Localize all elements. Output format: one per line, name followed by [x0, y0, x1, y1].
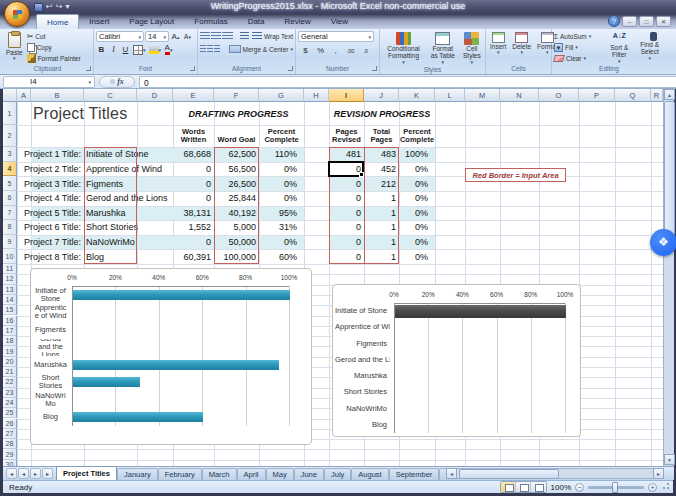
align-top-icon[interactable] [200, 32, 210, 40]
column-header-F[interactable]: F [214, 89, 259, 102]
select-all-corner[interactable] [3, 89, 17, 102]
scroll-right-icon[interactable]: ► [653, 468, 664, 479]
ribbon-tab-formulas[interactable]: Formulas [184, 14, 237, 29]
sheet-tab-april[interactable]: April [237, 468, 266, 480]
office-button[interactable] [4, 1, 30, 27]
note-textbox[interactable]: Red Border = Input Area [465, 168, 566, 182]
number-format-select[interactable]: General▾ [298, 31, 374, 42]
row-header-2[interactable]: 2 [3, 125, 17, 147]
sheet-tab-august[interactable]: August [351, 468, 388, 480]
row-header-13[interactable]: 13 [3, 285, 17, 295]
clear-button[interactable]: Clear▾ [554, 53, 603, 63]
page-layout-view-button[interactable] [516, 482, 531, 492]
horizontal-scroll-thumb[interactable] [459, 469, 559, 479]
horizontal-scrollbar[interactable]: ◄ ► [446, 468, 664, 479]
ribbon-tab-data[interactable]: Data [238, 14, 275, 29]
dialog-launcher-icon[interactable] [372, 66, 377, 71]
conditional-formatting-button[interactable]: Conditional Formatting▾ [382, 31, 425, 65]
row-header-26[interactable]: 26 [3, 419, 17, 429]
column-header-L[interactable]: L [435, 89, 465, 102]
font-size-select[interactable]: 14▾ [145, 31, 169, 42]
row-header-17[interactable]: 17 [3, 326, 17, 336]
decrease-decimal-button[interactable]: .0 [360, 45, 371, 56]
zoom-level[interactable]: 100% [551, 483, 571, 492]
row-header-4[interactable]: 4 [3, 162, 17, 177]
row-header-20[interactable]: 20 [3, 357, 17, 367]
column-header-K[interactable]: K [399, 89, 435, 102]
row-header-27[interactable]: 27 [3, 429, 17, 439]
align-middle-icon[interactable] [211, 32, 221, 40]
dialog-launcher-icon[interactable] [190, 66, 195, 71]
format-as-table-button[interactable]: Format as Table▾ [427, 31, 459, 65]
borders-button[interactable]: ▾ [132, 44, 147, 55]
row-header-29[interactable]: 29 [3, 449, 17, 459]
insert-function-button[interactable]: fx [99, 76, 135, 88]
increase-decimal-button[interactable]: .00 [345, 45, 356, 56]
ribbon-tab-view[interactable]: View [321, 14, 358, 29]
row-header-24[interactable]: 24 [3, 398, 17, 408]
row-header-11[interactable]: 11 [3, 264, 17, 274]
worksheet-grid[interactable]: ABCDEFGHIJKLMNOPQR1234567891011121314151… [3, 89, 663, 466]
currency-button[interactable]: $ [300, 45, 311, 56]
shrink-font-button[interactable]: A▾ [182, 31, 193, 42]
row-header-16[interactable]: 16 [3, 316, 17, 326]
align-center-icon[interactable] [207, 45, 213, 53]
row-header-22[interactable]: 22 [3, 377, 17, 387]
previous-sheet-icon[interactable]: ◄ [18, 468, 29, 479]
normal-view-button[interactable] [501, 482, 516, 492]
column-header-N[interactable]: N [500, 89, 539, 102]
row-header-7[interactable]: 7 [3, 206, 17, 221]
underline-button[interactable]: U [120, 44, 131, 55]
formula-input[interactable]: 0 [139, 76, 676, 88]
column-header-D[interactable]: D [137, 89, 173, 102]
font-color-button[interactable]: A▾ [163, 44, 174, 55]
sheet-tab-may[interactable]: May [266, 468, 294, 480]
column-header-P[interactable]: P [579, 89, 615, 102]
column-header-J[interactable]: J [364, 89, 399, 102]
row-header-12[interactable]: 12 [3, 274, 17, 284]
first-sheet-icon[interactable]: ◄ [6, 468, 17, 479]
column-header-Q[interactable]: Q [615, 89, 651, 102]
minimize-button[interactable]: – [622, 16, 637, 27]
row-header-9[interactable]: 9 [3, 235, 17, 250]
save-icon[interactable] [34, 3, 43, 12]
merge-center-button[interactable]: Merge & Center▾ [229, 44, 293, 54]
cell-styles-button[interactable]: Cell Styles▾ [461, 31, 483, 65]
format-painter-button[interactable]: Format Painter [27, 53, 81, 63]
page-break-view-button[interactable] [531, 482, 546, 492]
column-header-R[interactable]: R [651, 89, 663, 102]
ribbon-tab-review[interactable]: Review [275, 14, 321, 29]
last-sheet-icon[interactable]: ► [42, 468, 53, 479]
dialog-launcher-icon[interactable] [288, 66, 293, 71]
row-header-15[interactable]: 15 [3, 305, 17, 315]
row-header-3[interactable]: 3 [3, 147, 17, 162]
column-header-E[interactable]: E [173, 89, 214, 102]
vertical-scrollbar[interactable]: ▲ ▼ [663, 89, 674, 466]
maximize-button[interactable]: □ [639, 16, 654, 27]
sheet-tab-march[interactable]: March [202, 468, 237, 480]
delete-cells-button[interactable]: Delete▾ [510, 31, 533, 55]
sheet-tab-january[interactable]: January [117, 468, 158, 480]
revision-chart[interactable]: 0%20%40%60%80%100%Initiate of StoneAppre… [332, 284, 581, 437]
comma-button[interactable]: , [330, 45, 341, 56]
row-header-14[interactable]: 14 [3, 295, 17, 305]
scroll-down-icon[interactable]: ▼ [664, 454, 675, 465]
row-header-5[interactable]: 5 [3, 176, 17, 191]
horizontal-scroll-track[interactable] [457, 468, 653, 479]
row-header-18[interactable]: 18 [3, 336, 17, 346]
scroll-left-icon[interactable]: ◄ [446, 468, 457, 479]
column-header-M[interactable]: M [465, 89, 500, 102]
column-header-G[interactable]: G [259, 89, 304, 102]
drafting-chart[interactable]: 0%20%40%60%80%100%Initiate of StoneAppre… [30, 268, 312, 445]
resize-grip[interactable] [661, 483, 669, 491]
ribbon-tab-page-layout[interactable]: Page Layout [119, 14, 184, 29]
active-cell[interactable] [328, 161, 364, 178]
wrap-text-button[interactable]: Wrap Text [252, 31, 293, 41]
row-header-6[interactable]: 6 [3, 191, 17, 206]
align-right-icon[interactable] [214, 45, 220, 53]
ribbon-tab-home[interactable]: Home [36, 14, 79, 29]
sheet-tab-september[interactable]: September [389, 468, 440, 480]
fill-button[interactable]: ▼Fill▾ [554, 42, 603, 52]
column-header-H[interactable]: H [304, 89, 329, 102]
column-header-O[interactable]: O [539, 89, 579, 102]
